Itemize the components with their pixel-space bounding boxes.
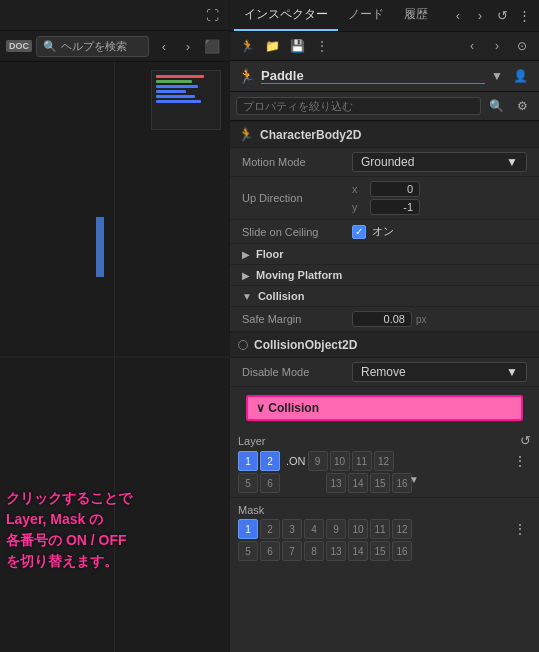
layer-grids: 1 2 .ON 9 10 11 12 5 6 3 4 13 xyxy=(238,451,505,493)
mask-btn-11[interactable]: 11 xyxy=(370,519,390,539)
mask-btn-4[interactable]: 4 xyxy=(304,519,324,539)
node-dropdown-arrow[interactable]: ▼ xyxy=(491,69,503,83)
layer-btn-14[interactable]: 14 xyxy=(348,473,368,493)
expand-icon[interactable]: ⛶ xyxy=(201,4,223,26)
collision-object-icon xyxy=(238,340,248,350)
tab-history[interactable]: 履歴 xyxy=(394,0,438,31)
back-arrow[interactable]: ‹ xyxy=(153,35,175,57)
search-bar: DOC 🔍 ヘルプを検索 ‹ › ⬛ xyxy=(0,31,229,62)
tab-forward-arrow[interactable]: › xyxy=(469,5,491,27)
layer-btn-5[interactable]: 5 xyxy=(238,473,258,493)
motion-mode-row: Motion Mode Grounded ▼ xyxy=(230,148,539,177)
inspector-nav-forward[interactable]: › xyxy=(486,35,508,57)
tab-inspector[interactable]: インスペクター xyxy=(234,0,338,31)
tab-back-arrow[interactable]: ‹ xyxy=(447,5,469,27)
inspector-icon1[interactable]: 🏃 xyxy=(236,35,258,57)
node-user-icon[interactable]: 👤 xyxy=(509,65,531,87)
search-icon: 🔍 xyxy=(43,40,57,53)
mask-btn-5[interactable]: 5 xyxy=(238,541,258,561)
px-label: px xyxy=(416,314,427,325)
minimap-line-3 xyxy=(156,85,198,88)
disable-mode-row: Disable Mode Remove ▼ xyxy=(230,358,539,387)
filter-input[interactable] xyxy=(236,97,481,115)
layer-btn-10[interactable]: 10 xyxy=(330,451,350,471)
layer-btn-12[interactable]: 12 xyxy=(374,451,394,471)
minimap-line-2 xyxy=(156,80,192,83)
layer-btn-13[interactable]: 13 xyxy=(326,473,346,493)
mask-btn-1[interactable]: 1 xyxy=(238,519,258,539)
mask-btn-7[interactable]: 7 xyxy=(282,541,302,561)
left-panel: ⛶ DOC 🔍 ヘルプを検索 ‹ › ⬛ xyxy=(0,0,230,652)
mask-btn-13[interactable]: 13 xyxy=(326,541,346,561)
on-label: オン xyxy=(372,224,394,239)
mask-btn-9[interactable]: 9 xyxy=(326,519,346,539)
search-input-area[interactable]: 🔍 ヘルプを検索 xyxy=(36,36,149,57)
mask-btn-8[interactable]: 8 xyxy=(304,541,324,561)
top-icons-bar: ⛶ xyxy=(0,0,229,31)
checkbox-row: ✓ オン xyxy=(352,224,394,239)
inspector-icon3[interactable]: 💾 xyxy=(286,35,308,57)
layer-btn-9[interactable]: 9 xyxy=(308,451,328,471)
minimap-line-6 xyxy=(156,100,201,103)
mask-btn-15[interactable]: 15 xyxy=(370,541,390,561)
layer-btn-15[interactable]: 15 xyxy=(370,473,390,493)
collision-expandable-row[interactable]: ▼ Collision xyxy=(230,286,539,307)
mask-dots-btn[interactable]: ⋮ xyxy=(509,519,531,539)
layer-btn-6[interactable]: 6 xyxy=(260,473,280,493)
inspector-nav-back[interactable]: ‹ xyxy=(461,35,483,57)
layer-btn-16[interactable]: 16 ▼ xyxy=(392,473,412,493)
inspector-icon-more[interactable]: ⋮ xyxy=(311,35,333,57)
mask-row1: 1 2 3 4 9 10 11 12 xyxy=(238,519,505,539)
x-input[interactable] xyxy=(370,181,420,197)
mask-btn-12[interactable]: 12 xyxy=(392,519,412,539)
minimap-line-5 xyxy=(156,95,195,98)
layer-btn-11[interactable]: 11 xyxy=(352,451,372,471)
x-row: x xyxy=(352,181,527,197)
layer-dots-btn[interactable]: ⋮ xyxy=(509,451,531,471)
layer-section: Layer ↺ 1 2 .ON 9 10 11 12 xyxy=(230,429,539,497)
mask-grids: 1 2 3 4 9 10 11 12 5 6 7 8 xyxy=(238,519,505,561)
filter-search-icon[interactable]: 🔍 xyxy=(485,95,507,117)
mask-btn-10[interactable]: 10 xyxy=(348,519,368,539)
floor-label: Floor xyxy=(256,248,284,260)
disable-mode-dropdown[interactable]: Remove ▼ xyxy=(352,362,527,382)
mask-btn-3[interactable]: 3 xyxy=(282,519,302,539)
mask-btn-16[interactable]: 16 xyxy=(392,541,412,561)
safe-margin-value: px xyxy=(352,311,527,327)
floor-row[interactable]: ▶ Floor xyxy=(230,244,539,265)
safe-margin-input[interactable] xyxy=(352,311,412,327)
up-direction-row: Up Direction x y xyxy=(230,177,539,220)
collision-header-btn[interactable]: ∨ Collision xyxy=(246,395,523,421)
tab-more-icon[interactable]: ⋮ xyxy=(513,5,535,27)
collision-object-title: CollisionObject2D xyxy=(254,338,357,352)
moving-platform-row[interactable]: ▶ Moving Platform xyxy=(230,265,539,286)
mask-btn-2[interactable]: 2 xyxy=(260,519,280,539)
motion-mode-arrow: ▼ xyxy=(506,155,518,169)
y-label: y xyxy=(352,201,364,213)
layer-btn-1[interactable]: 1 xyxy=(238,451,258,471)
inspector-object-btn[interactable]: ⊙ xyxy=(511,35,533,57)
up-direction-value: x y xyxy=(352,181,527,215)
layer-refresh-icon[interactable]: ↺ xyxy=(520,433,531,448)
right-panel: インスペクター ノード 履歴 ‹ › ↺ ⋮ 🏃 📁 💾 ⋮ ‹ › ⊙ 🏃 P… xyxy=(230,0,539,652)
tab-node[interactable]: ノード xyxy=(338,0,394,31)
svg-rect-3 xyxy=(96,217,104,277)
inspector-icon2[interactable]: 📁 xyxy=(261,35,283,57)
motion-mode-dropdown[interactable]: Grounded ▼ xyxy=(352,152,527,172)
mask-btn-6[interactable]: 6 xyxy=(260,541,280,561)
layout-icon[interactable]: ⬛ xyxy=(201,35,223,57)
slide-ceiling-checkbox[interactable]: ✓ xyxy=(352,225,366,239)
mask-btn-14[interactable]: 14 xyxy=(348,541,368,561)
motion-mode-value: Grounded ▼ xyxy=(352,152,527,172)
layer-btn-2[interactable]: 2 xyxy=(260,451,280,471)
tab-refresh-icon[interactable]: ↺ xyxy=(491,5,513,27)
inspector-tabs: インスペクター ノード 履歴 ‹ › ↺ ⋮ xyxy=(230,0,539,32)
y-input[interactable] xyxy=(370,199,420,215)
mask-label: Mask xyxy=(238,504,264,516)
mask-row-header: Mask xyxy=(238,504,531,516)
motion-mode-label: Motion Mode xyxy=(242,156,352,168)
filter-settings-icon[interactable]: ⚙ xyxy=(511,95,533,117)
xy-values: x y xyxy=(352,181,527,215)
minimap-line-1 xyxy=(156,75,204,78)
forward-arrow[interactable]: › xyxy=(177,35,199,57)
